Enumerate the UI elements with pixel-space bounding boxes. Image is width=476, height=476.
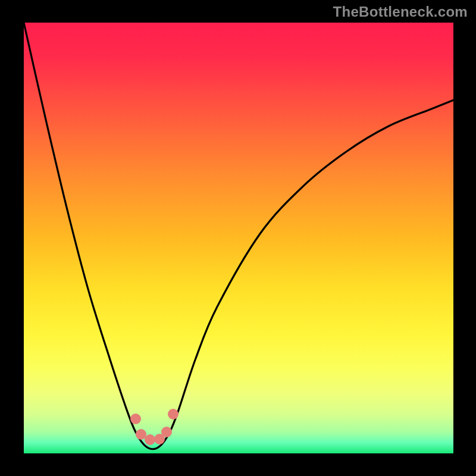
data-marker — [130, 414, 141, 424]
plot-area — [24, 23, 453, 453]
curve-layer — [24, 23, 453, 453]
bottleneck-curve — [24, 23, 453, 449]
data-marker — [145, 434, 155, 445]
data-marker — [136, 429, 146, 440]
watermark-text: TheBottleneck.com — [333, 4, 468, 20]
chart-frame: TheBottleneck.com — [0, 0, 476, 476]
data-marker — [161, 427, 172, 437]
data-marker — [168, 409, 178, 419]
